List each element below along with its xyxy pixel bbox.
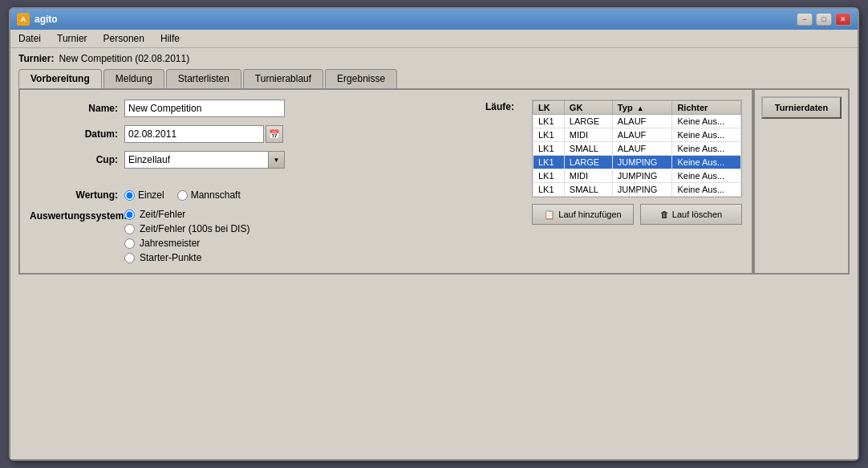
auswertung-label: Auswertungssystem: [30, 209, 118, 222]
add-lauf-label: Lauf hinzufügen [558, 210, 621, 219]
cell-richter: Keine Aus... [672, 142, 741, 156]
delete-icon: 🗑 [660, 210, 669, 219]
add-icon: 📋 [544, 210, 555, 220]
auswertung-zeitfehler-label: Zeit/Fehler [140, 209, 185, 220]
laufe-content: LK GK Typ ▲ Richter [532, 100, 742, 225]
turnier-header: Turnier: New Competition (02.08.2011) [18, 53, 850, 64]
title-bar-left: A agito [17, 13, 58, 26]
turnier-label: Turnier: [18, 53, 54, 64]
name-row: Name: [30, 100, 473, 117]
auswertung-jahresmeister-label: Jahresmeister [140, 238, 200, 249]
table-row[interactable]: LK1LARGEALAUFKeine Aus... [533, 115, 741, 128]
sort-arrow-icon: ▲ [637, 104, 644, 112]
close-button[interactable]: ✕ [835, 13, 851, 26]
wertung-mannschaft-radio[interactable] [177, 190, 188, 201]
wertung-label: Wertung: [30, 189, 118, 201]
auswertung-jahresmeister-option[interactable]: Jahresmeister [124, 238, 249, 249]
cell-gk: LARGE [564, 156, 612, 169]
datum-row: Datum: 📅 [30, 125, 473, 143]
cell-typ: ALAUF [612, 115, 672, 128]
cell-richter: Keine Aus... [672, 169, 741, 183]
cell-richter: Keine Aus... [672, 128, 741, 142]
table-row[interactable]: LK1SMALLALAUFKeine Aus... [533, 142, 741, 156]
left-panel: Name: Datum: 📅 Cup: [30, 100, 473, 263]
auswertung-row: Auswertungssystem: Zeit/Fehler Zeit/Fehl… [30, 209, 473, 263]
tab-vorbereitung[interactable]: Vorbereitung [18, 69, 102, 88]
right-border-panel: Turnierdaten [753, 88, 850, 275]
calendar-button[interactable]: 📅 [266, 125, 283, 143]
panels-container: Name: Datum: 📅 Cup: [18, 88, 753, 275]
cell-gk: LARGE [564, 115, 612, 128]
maximize-button[interactable]: □ [816, 13, 832, 26]
cell-richter: Keine Aus... [672, 156, 741, 169]
cell-lk: LK1 [533, 156, 565, 169]
auswertung-zeitfehler-radio[interactable] [124, 210, 135, 220]
name-label: Name: [30, 103, 118, 114]
cell-gk: SMALL [564, 183, 612, 197]
wertung-einzel-label: Einzel [138, 189, 164, 201]
auswertung-zeitfehler100-radio[interactable] [124, 224, 135, 234]
laufe-table-container: LK GK Typ ▲ Richter [532, 100, 742, 197]
tab-meldung[interactable]: Meldung [103, 69, 164, 88]
auswertung-jahresmeister-radio[interactable] [124, 238, 135, 249]
auswertung-starterpunkte-option[interactable]: Starter-Punkte [124, 252, 249, 263]
datum-label: Datum: [30, 128, 118, 140]
cell-typ: JUMPING [612, 183, 672, 197]
wertung-einzel-radio[interactable] [124, 190, 135, 201]
cell-lk: LK1 [533, 183, 565, 197]
main-window: A agito − □ ✕ Datei Turnier Personen Hil… [9, 7, 859, 461]
table-header-row: LK GK Typ ▲ Richter [533, 101, 741, 115]
cell-typ: JUMPING [612, 169, 672, 183]
cell-lk: LK1 [533, 169, 565, 183]
menu-hilfe[interactable]: Hilfe [156, 31, 185, 46]
delete-lauf-button[interactable]: 🗑 Lauf löschen [640, 204, 742, 225]
menu-datei[interactable]: Datei [14, 31, 46, 46]
menu-personen[interactable]: Personen [99, 31, 149, 46]
auswertung-starterpunkte-label: Starter-Punkte [140, 252, 201, 263]
menu-bar: Datei Turnier Personen Hilfe [10, 30, 858, 48]
minimize-button[interactable]: − [797, 13, 813, 26]
laufe-label: Läufe: [485, 100, 525, 112]
tab-starterlisten[interactable]: Starterlisten [166, 69, 241, 88]
table-row[interactable]: LK1MIDIALAUFKeine Aus... [533, 128, 741, 142]
wertung-radio-group: Einzel Mannschaft [124, 189, 241, 201]
cell-typ: ALAUF [612, 142, 672, 156]
col-lk: LK [533, 101, 565, 115]
tab-ergebnisse[interactable]: Ergebnisse [325, 69, 397, 88]
auswertung-zeitfehler100-option[interactable]: Zeit/Fehler (100s bei DIS) [124, 223, 249, 234]
cup-label: Cup: [30, 154, 118, 165]
tab-turnierablauf[interactable]: Turnierablauf [243, 69, 323, 88]
cell-lk: LK1 [533, 115, 565, 128]
table-row[interactable]: LK1LARGEJUMPINGKeine Aus... [533, 156, 741, 169]
auswertung-zeitfehler100-label: Zeit/Fehler (100s bei DIS) [140, 223, 249, 234]
wertung-einzel-option[interactable]: Einzel [124, 189, 164, 201]
cell-gk: MIDI [564, 169, 612, 183]
col-typ: Typ ▲ [612, 101, 672, 115]
wertung-mannschaft-option[interactable]: Mannschaft [177, 189, 241, 201]
auswertung-zeitfehler-option[interactable]: Zeit/Fehler [124, 209, 249, 220]
table-row[interactable]: LK1MIDIJUMPINGKeine Aus... [533, 169, 741, 183]
laufe-buttons-row: 📋 Lauf hinzufügen 🗑 Lauf löschen [532, 204, 742, 225]
add-lauf-button[interactable]: 📋 Lauf hinzufügen [532, 204, 634, 225]
menu-turnier[interactable]: Turnier [52, 31, 92, 46]
table-row[interactable]: LK1SMALLJUMPINGKeine Aus... [533, 183, 741, 197]
cup-select-container: Einzellauf Mannschaft ▼ [124, 151, 285, 169]
cup-row: Cup: Einzellauf Mannschaft ▼ [30, 151, 473, 169]
turnierdaten-button[interactable]: Turnierdaten [761, 96, 842, 119]
date-container: 📅 [124, 125, 283, 143]
cell-richter: Keine Aus... [672, 183, 741, 197]
content-area: Turnier: New Competition (02.08.2011) Vo… [10, 48, 858, 459]
cell-lk: LK1 [533, 142, 565, 156]
cell-gk: MIDI [564, 128, 612, 142]
cell-gk: SMALL [564, 142, 612, 156]
auswertung-starterpunkte-radio[interactable] [124, 253, 135, 263]
datum-input[interactable] [124, 125, 264, 143]
cup-select[interactable]: Einzellauf Mannschaft [124, 151, 285, 169]
auswertung-group: Zeit/Fehler Zeit/Fehler (100s bei DIS) J… [124, 209, 249, 263]
col-richter: Richter [672, 101, 741, 115]
app-icon: A [17, 13, 30, 26]
turnier-value: New Competition (02.08.2011) [59, 53, 189, 64]
cell-typ: ALAUF [612, 128, 672, 142]
cell-richter: Keine Aus... [672, 115, 741, 128]
name-input[interactable] [124, 100, 285, 117]
